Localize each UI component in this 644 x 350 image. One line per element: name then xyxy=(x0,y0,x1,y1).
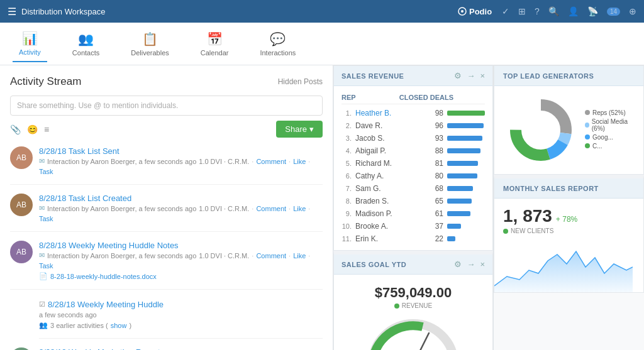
rank: 5. xyxy=(341,160,352,167)
settings-icon[interactable]: ⚙ xyxy=(454,71,462,80)
legend-social: Social Media (6%) xyxy=(585,118,635,132)
rank: 4. xyxy=(341,147,352,155)
comment-link[interactable]: Comment xyxy=(256,158,286,165)
rank: 10. xyxy=(341,222,352,230)
hidden-posts-link[interactable]: Hidden Posts xyxy=(278,77,323,86)
activity-title[interactable]: 8/28/18 Task List Sent xyxy=(39,146,323,156)
legend-reps: Reps (52%) xyxy=(585,109,635,116)
earlier-activities: 👥 3 earlier activities (show) xyxy=(39,321,323,329)
nav-notifications-icon[interactable]: 📡 xyxy=(587,6,598,16)
rep-name[interactable]: Jacob S. xyxy=(355,134,422,143)
list-item: AB 8/28/18 Weekly Marketing Report ✉ Int… xyxy=(10,347,323,350)
top-nav-icons: ✓ ⊞ ? 🔍 👤 📡 14 ⊕ xyxy=(502,6,636,16)
share-button[interactable]: Share ▾ xyxy=(276,121,323,138)
rank: 1. xyxy=(341,109,352,117)
nav-checkmark-icon[interactable]: ✓ xyxy=(502,6,509,16)
sidebar-item-calendar[interactable]: 📅 Calendar xyxy=(194,26,235,62)
rep-name[interactable]: Richard M. xyxy=(355,159,422,168)
activity-meta: ✉ Interaction by Aaron Boerger, a few se… xyxy=(39,157,323,175)
email-icon: ✉ xyxy=(39,204,45,212)
file-link[interactable]: 📄 8-28-18-weekly-huddle-notes.docx xyxy=(39,272,323,280)
rank: 2. xyxy=(341,122,352,129)
bar-wrap xyxy=(447,161,485,166)
table-row: 9. Madison P. 61 xyxy=(341,207,485,220)
activity-title[interactable]: 8/28/18 Task List Created xyxy=(39,194,323,203)
rep-name[interactable]: Braden S. xyxy=(355,197,422,205)
activity-meta: ✉ Interaction by Aaron Boerger, a few se… xyxy=(39,251,323,270)
avatar: AB xyxy=(10,194,33,216)
like-link[interactable]: Like xyxy=(293,252,306,260)
settings-icon[interactable]: ⚙ xyxy=(454,260,462,269)
sales-table-header: REP CLOSED DEALS xyxy=(341,91,485,104)
legend-google: Goog... xyxy=(585,134,635,141)
close-icon[interactable]: × xyxy=(480,260,485,269)
bar xyxy=(447,211,470,216)
avatar: AB xyxy=(10,146,33,169)
deal-count: 65 xyxy=(426,197,443,205)
goal-dot xyxy=(394,304,399,309)
expand-icon[interactable]: → xyxy=(467,71,475,80)
monthly-number: 1, 873 + 78% xyxy=(503,206,635,226)
table-row: 11. Erin K. 22 xyxy=(341,232,485,245)
bar-wrap xyxy=(447,199,485,204)
rep-name[interactable]: Heather B. xyxy=(355,109,422,118)
sidebar-item-interactions[interactable]: 💬 Interactions xyxy=(253,26,302,62)
notification-badge[interactable]: 14 xyxy=(607,8,620,16)
share-toolbar: 📎 😊 ≡ Share ▾ xyxy=(10,121,323,138)
nav-user-icon[interactable]: 👤 xyxy=(568,6,579,16)
share-input[interactable]: Share something. Use @ to mention indivi… xyxy=(10,96,323,116)
nav-grid-icon[interactable]: ⊞ xyxy=(518,6,526,16)
show-earlier-link[interactable]: show xyxy=(111,322,127,329)
activity-stream-panel: Activity Stream Hidden Posts Share somet… xyxy=(0,65,333,350)
sidebar-item-contacts[interactable]: 👥 Contacts xyxy=(66,26,106,62)
monthly-sales-section: MONTHLY SALES REPORT 1, 873 + 78% NEW CL… xyxy=(494,175,644,293)
sidebar-item-deliverables[interactable]: 📋 Deliverables xyxy=(125,26,175,62)
deal-count: 96 xyxy=(426,121,443,130)
task-link[interactable]: Task xyxy=(39,262,53,270)
attach-icon[interactable]: 📎 xyxy=(10,124,21,134)
rep-name[interactable]: Cathy A. xyxy=(355,172,422,180)
comment-link[interactable]: Comment xyxy=(256,205,286,212)
emoji-icon[interactable]: 😊 xyxy=(27,124,38,134)
activity-title[interactable]: 8/28/18 Weekly Meeting Huddle Notes xyxy=(39,241,323,250)
nav-search-icon[interactable]: 🔍 xyxy=(548,6,559,16)
like-link[interactable]: Like xyxy=(293,158,306,165)
sub-navigation: 📊 Activity 👥 Contacts 📋 Deliverables 📅 C… xyxy=(0,23,644,65)
monthly-label: NEW CLIENTS xyxy=(503,227,635,234)
rank: 8. xyxy=(341,197,352,205)
area-chart xyxy=(494,242,643,292)
donut-labels: Reps (52%) Social Media (6%) Goog... C..… xyxy=(585,109,635,151)
bar xyxy=(447,111,485,116)
close-icon[interactable]: × xyxy=(480,71,485,80)
nav-add-icon[interactable]: ⊕ xyxy=(629,6,636,16)
rep-name[interactable]: Madison P. xyxy=(355,209,422,218)
gauge-chart xyxy=(363,314,464,350)
calendar-icon: 📅 xyxy=(207,31,223,46)
interactions-label: Interactions xyxy=(260,49,296,57)
rep-name[interactable]: Erin K. xyxy=(355,234,422,243)
sales-revenue-title: SALES REVENUE xyxy=(341,72,404,80)
comment-link[interactable]: Comment xyxy=(256,252,286,260)
rep-name[interactable]: Brooke A. xyxy=(355,222,422,231)
more-icon[interactable]: ≡ xyxy=(44,124,49,134)
deal-count: 81 xyxy=(426,159,443,168)
monthly-dot xyxy=(503,229,508,234)
activity-title[interactable]: 8/28/18 Weekly Marketing Report xyxy=(39,347,323,350)
deal-count: 61 xyxy=(426,209,443,218)
goal-amount: $759,049.00 xyxy=(341,285,485,301)
task-link[interactable]: Task xyxy=(39,215,53,222)
bar xyxy=(447,161,478,166)
rep-name[interactable]: Abigail P. xyxy=(355,146,422,155)
hamburger-icon[interactable]: ☰ xyxy=(8,6,16,18)
rep-name[interactable]: Dave R. xyxy=(355,121,422,130)
rep-name[interactable]: Sam G. xyxy=(355,184,422,193)
nav-help-icon[interactable]: ? xyxy=(535,6,540,16)
task-link[interactable]: Task xyxy=(39,168,53,175)
area-chart-svg xyxy=(494,242,633,292)
email-icon: ✉ xyxy=(39,251,45,260)
like-link[interactable]: Like xyxy=(293,205,306,212)
sidebar-item-activity[interactable]: 📊 Activity xyxy=(13,26,47,62)
expand-icon[interactable]: → xyxy=(467,260,475,269)
activity-content: 8/28/18 Task List Sent ✉ Interaction by … xyxy=(39,146,323,175)
activity-title[interactable]: 8/28/18 Weekly Meeting Huddle xyxy=(48,300,164,309)
